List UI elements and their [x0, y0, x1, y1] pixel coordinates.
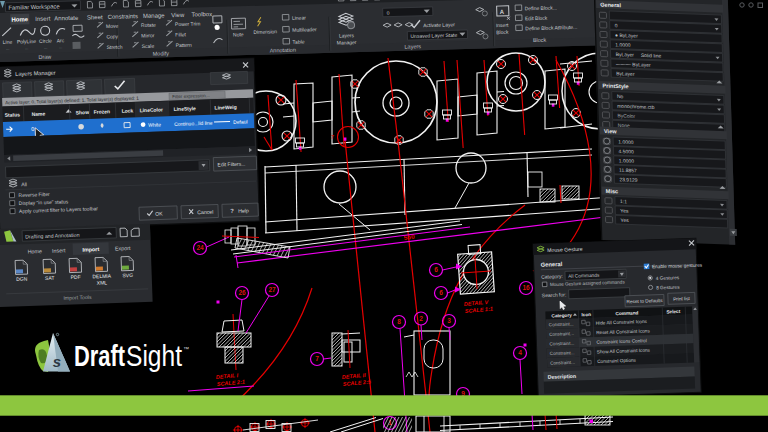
svg-text:Toolbox: Toolbox: [191, 11, 212, 18]
svg-text:s: s: [53, 353, 61, 370]
svg-text:Frozen: Frozen: [94, 108, 111, 115]
svg-text:Arc: Arc: [57, 37, 65, 43]
svg-text:Constraint...: Constraint...: [549, 321, 574, 327]
svg-text:0: 0: [387, 10, 390, 16]
svg-text:Modify: Modify: [153, 50, 170, 56]
svg-text:Select: Select: [666, 309, 680, 314]
svg-text:ByLayer: ByLayer: [616, 70, 635, 77]
svg-text:Yes: Yes: [620, 208, 629, 214]
svg-text:Icon: Icon: [581, 312, 591, 317]
svg-text:——— ByLayer: ——— ByLayer: [616, 61, 651, 68]
svg-text:Mirror: Mirror: [141, 32, 155, 38]
svg-text:LineColor: LineColor: [139, 106, 163, 113]
svg-text:Insert: Insert: [35, 16, 51, 22]
svg-text:LineStyle: LineStyle: [173, 105, 196, 112]
svg-text:Layers: Layers: [404, 43, 421, 49]
svg-text:No: No: [617, 93, 624, 99]
svg-text:...: ...: [44, 45, 47, 50]
svg-text:7: 7: [331, 134, 334, 140]
svg-text:● ByLayer: ● ByLayer: [615, 32, 638, 39]
svg-text:Power Trim: Power Trim: [175, 20, 200, 27]
svg-text:Multileader: Multileader: [292, 26, 317, 33]
svg-text:Mouse Gesture: Mouse Gesture: [547, 246, 583, 253]
svg-text:8: 8: [397, 318, 401, 325]
svg-text:PDF: PDF: [71, 274, 81, 280]
svg-text:DELMIA: DELMIA: [92, 273, 111, 280]
svg-text:...: ...: [59, 44, 62, 49]
svg-text:Misc: Misc: [606, 188, 619, 194]
svg-text:1.0000: 1.0000: [615, 41, 631, 48]
svg-text:Manager: Manager: [337, 39, 357, 46]
svg-text:4: 4: [518, 349, 522, 356]
svg-text:1:1: 1:1: [620, 198, 627, 204]
svg-text:Pattern: Pattern: [176, 42, 193, 48]
svg-text:ByColor: ByColor: [617, 112, 635, 119]
svg-text:Circle: Circle: [39, 38, 52, 44]
svg-text:Insert: Insert: [52, 247, 66, 253]
svg-text:PolyLine: PolyLine: [17, 38, 37, 45]
svg-text:Name: Name: [32, 110, 46, 116]
svg-text:0: 0: [31, 126, 34, 132]
svg-text:View: View: [171, 12, 185, 18]
svg-text:8 Gestures: 8 Gestures: [656, 285, 680, 291]
svg-text:Layers: Layers: [339, 32, 355, 38]
svg-text:Block: Block: [496, 29, 509, 35]
svg-text:Home: Home: [11, 16, 28, 22]
svg-text:...: ...: [25, 45, 28, 50]
svg-text:?: ?: [230, 208, 234, 214]
svg-text:27: 27: [268, 286, 276, 293]
svg-text:General: General: [600, 2, 621, 9]
svg-text:Constraints: Constraints: [108, 13, 139, 20]
svg-text:View: View: [604, 128, 617, 134]
svg-text:16: 16: [522, 284, 530, 291]
svg-text:Show: Show: [76, 109, 90, 115]
svg-text:Manage: Manage: [143, 12, 166, 19]
svg-text:Insert: Insert: [496, 22, 509, 28]
svg-text:Yes: Yes: [620, 217, 629, 223]
svg-text:24: 24: [196, 244, 204, 251]
svg-text:26: 26: [238, 289, 246, 296]
svg-text:Annotate: Annotate: [54, 15, 79, 22]
svg-text:Home: Home: [28, 248, 43, 254]
svg-text:SVG: SVG: [122, 272, 133, 278]
svg-text:General: General: [541, 261, 563, 268]
svg-text:Draft: Draft: [74, 339, 125, 372]
svg-text:Constraint...: Constraint...: [550, 360, 575, 366]
svg-text:All: All: [21, 181, 27, 187]
svg-text:Constraint...: Constraint...: [549, 341, 574, 347]
svg-text:PrintStyle: PrintStyle: [602, 83, 628, 90]
svg-text:Import Tools: Import Tools: [63, 294, 92, 301]
svg-text:™: ™: [183, 346, 189, 352]
svg-text:6: 6: [434, 266, 438, 273]
svg-text:SAT: SAT: [45, 275, 55, 281]
svg-text:Cancel: Cancel: [197, 209, 213, 216]
svg-text:Edit Filters...: Edit Filters...: [217, 160, 245, 167]
svg-text:Block: Block: [533, 37, 547, 43]
svg-text:Table: Table: [292, 38, 304, 44]
svg-text:Annotation: Annotation: [270, 47, 296, 54]
svg-text:1.0000: 1.0000: [619, 157, 635, 164]
svg-text:Activate Layer: Activate Layer: [423, 21, 455, 28]
svg-text:6: 6: [439, 289, 443, 296]
svg-text:4 Gestures: 4 Gestures: [656, 275, 680, 281]
svg-text:Constraint...: Constraint...: [550, 350, 575, 356]
svg-text:White: White: [148, 121, 161, 127]
svg-text:Line: Line: [3, 39, 13, 45]
svg-text:Sheet: Sheet: [87, 14, 103, 20]
svg-text:Scale: Scale: [142, 43, 155, 49]
svg-text:Edit Block: Edit Block: [525, 15, 548, 22]
svg-text:Search for:: Search for:: [542, 291, 567, 298]
svg-text:Note: Note: [233, 31, 244, 37]
svg-text:...: ...: [6, 46, 9, 51]
svg-text:XML: XML: [97, 279, 108, 285]
svg-text:Fillet: Fillet: [175, 31, 186, 37]
svg-text:Stretch: Stretch: [107, 44, 123, 50]
svg-text:Category: Category: [551, 313, 572, 319]
svg-text:7: 7: [315, 355, 319, 362]
svg-text:4.5000: 4.5000: [618, 148, 634, 155]
svg-text:Export: Export: [115, 245, 131, 252]
svg-text:Help: Help: [238, 207, 249, 213]
svg-text:1.0000: 1.0000: [618, 139, 634, 146]
svg-text:Lock: Lock: [121, 107, 133, 113]
svg-text:Move: Move: [106, 23, 119, 29]
